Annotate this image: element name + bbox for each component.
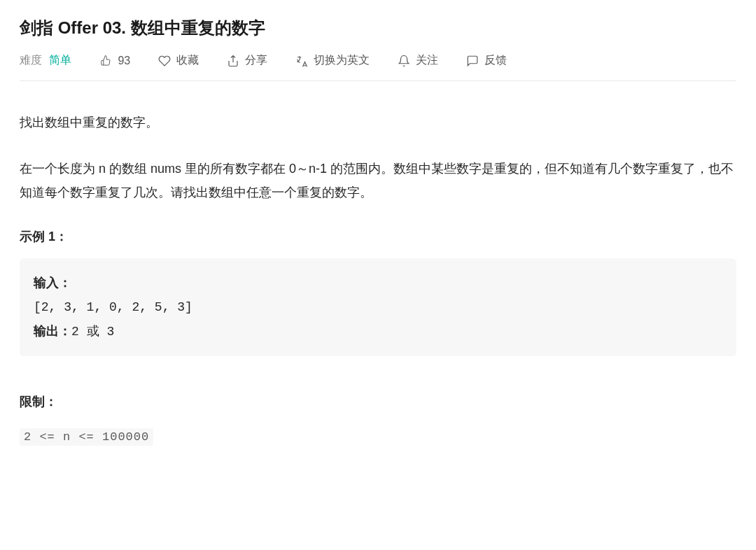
favorite-button[interactable]: 收藏 — [158, 53, 199, 68]
limit-label: 限制： — [20, 390, 736, 414]
problem-content: 找出数组中重复的数字。 在一个长度为 n 的数组 nums 里的所有数字都在 0… — [20, 94, 736, 449]
difficulty-value: 简单 — [49, 54, 71, 66]
share-icon — [227, 55, 239, 67]
input-value: [2, 3, 1, 0, 2, 5, 3] — [34, 300, 192, 314]
intro-paragraph: 找出数组中重复的数字。 — [20, 111, 736, 134]
problem-title: 剑指 Offer 03. 数组中重复的数字 — [20, 17, 736, 39]
bell-icon — [398, 55, 410, 67]
share-button[interactable]: 分享 — [227, 53, 267, 68]
like-button[interactable]: 93 — [99, 55, 130, 67]
example-block: 输入： [2, 3, 1, 0, 2, 5, 3] 输出：2 或 3 — [20, 258, 736, 357]
output-value: 2 或 3 — [71, 325, 114, 339]
switch-language-button[interactable]: 切换为英文 — [295, 53, 370, 68]
switch-language-label: 切换为英文 — [314, 53, 370, 68]
follow-button[interactable]: 关注 — [398, 53, 438, 68]
difficulty-label: 难度 — [20, 54, 42, 66]
difficulty: 难度 简单 — [20, 53, 71, 68]
output-label: 输出： — [34, 324, 71, 338]
feedback-label: 反馈 — [484, 53, 507, 68]
translate-icon — [295, 55, 308, 67]
input-label: 输入： — [34, 276, 71, 290]
share-label: 分享 — [245, 53, 267, 68]
example-label: 示例 1： — [20, 225, 736, 248]
feedback-button[interactable]: 反馈 — [466, 53, 507, 68]
favorite-label: 收藏 — [176, 53, 199, 68]
heart-icon — [158, 55, 171, 67]
message-icon — [466, 55, 479, 67]
thumbs-up-icon — [99, 55, 112, 67]
like-count: 93 — [118, 55, 130, 67]
description-paragraph: 在一个长度为 n 的数组 nums 里的所有数字都在 0～n-1 的范围内。数组… — [20, 157, 736, 204]
meta-row: 难度 简单 93 收藏 分享 切换为英文 — [20, 53, 736, 81]
limit-value: 2 <= n <= 100000 — [20, 428, 153, 446]
follow-label: 关注 — [416, 53, 438, 68]
